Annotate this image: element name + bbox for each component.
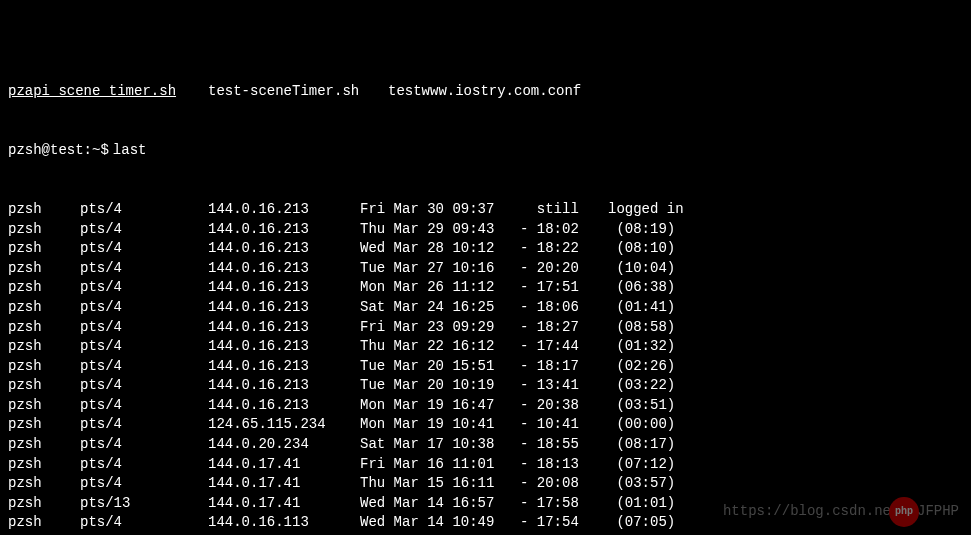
login-record: pzshpts/4144.0.17.41Fri Mar 16 11:01- 18… (8, 455, 963, 475)
watermark-url-suffix: JFPHP (917, 502, 959, 522)
host-column: 144.0.16.213 (208, 337, 360, 357)
login-time-column: Tue Mar 20 10:19 (360, 376, 520, 396)
tty-column: pts/4 (80, 259, 208, 279)
file-item: pzapi_scene_timer.sh (8, 82, 208, 102)
logout-time-column: - 18:13 (520, 455, 608, 475)
tty-column: pts/4 (80, 357, 208, 377)
login-record: pzshpts/4144.0.16.213Fri Mar 30 09:37 st… (8, 200, 963, 220)
user-column: pzsh (8, 298, 80, 318)
user-column: pzsh (8, 513, 80, 533)
user-column: pzsh (8, 318, 80, 338)
login-record: pzshpts/4144.0.16.213Mon Mar 19 16:47- 2… (8, 396, 963, 416)
logout-time-column: - 18:06 (520, 298, 608, 318)
host-column: 144.0.16.213 (208, 200, 360, 220)
login-time-column: Fri Mar 16 11:01 (360, 455, 520, 475)
login-record: pzshpts/4144.0.16.213Thu Mar 22 16:12- 1… (8, 337, 963, 357)
tty-column: pts/13 (80, 494, 208, 514)
login-time-column: Mon Mar 26 11:12 (360, 278, 520, 298)
duration-column: (06:38) (608, 278, 675, 298)
login-time-column: Fri Mar 30 09:37 (360, 200, 520, 220)
host-column: 144.0.17.41 (208, 494, 360, 514)
command-line[interactable]: pzsh@test:~$ last (8, 141, 963, 161)
logout-time-column: - 10:41 (520, 415, 608, 435)
tty-column: pts/4 (80, 455, 208, 475)
tty-column: pts/4 (80, 278, 208, 298)
host-column: 144.0.16.213 (208, 396, 360, 416)
logout-time-column: - 18:02 (520, 220, 608, 240)
logout-time-column: - 17:58 (520, 494, 608, 514)
tty-column: pts/4 (80, 337, 208, 357)
user-column: pzsh (8, 396, 80, 416)
user-column: pzsh (8, 239, 80, 259)
tty-column: pts/4 (80, 435, 208, 455)
host-column: 144.0.16.213 (208, 239, 360, 259)
login-record: pzshpts/4144.0.16.213Tue Mar 20 10:19- 1… (8, 376, 963, 396)
tty-column: pts/4 (80, 474, 208, 494)
file-listing: pzapi_scene_timer.sh test-sceneTimer.sh … (8, 82, 963, 102)
login-time-column: Thu Mar 22 16:12 (360, 337, 520, 357)
tty-column: pts/4 (80, 513, 208, 533)
host-column: 144.0.20.234 (208, 435, 360, 455)
duration-column: (03:22) (608, 376, 675, 396)
logout-time-column: still (520, 200, 608, 220)
host-column: 144.0.17.41 (208, 455, 360, 475)
duration-column: (08:58) (608, 318, 675, 338)
command-text: last (113, 141, 147, 161)
logout-time-column: - 13:41 (520, 376, 608, 396)
duration-column: (07:05) (608, 513, 675, 533)
host-column: 144.0.16.213 (208, 376, 360, 396)
duration-column: (07:12) (608, 455, 675, 475)
duration-column: (08:10) (608, 239, 675, 259)
login-record: pzshpts/4124.65.115.234Mon Mar 19 10:41-… (8, 415, 963, 435)
login-time-column: Wed Mar 14 16:57 (360, 494, 520, 514)
file-item: testwww.iostry.com.conf (388, 82, 581, 102)
tty-column: pts/4 (80, 376, 208, 396)
user-column: pzsh (8, 435, 80, 455)
logout-time-column: - 17:51 (520, 278, 608, 298)
duration-column: (02:26) (608, 357, 675, 377)
login-time-column: Mon Mar 19 10:41 (360, 415, 520, 435)
duration-column: (01:41) (608, 298, 675, 318)
login-record: pzshpts/4144.0.16.213Mon Mar 26 11:12- 1… (8, 278, 963, 298)
user-column: pzsh (8, 376, 80, 396)
login-record: pzshpts/4144.0.20.234Sat Mar 17 10:38- 1… (8, 435, 963, 455)
user-column: pzsh (8, 278, 80, 298)
login-time-column: Thu Mar 29 09:43 (360, 220, 520, 240)
logout-time-column: - 18:27 (520, 318, 608, 338)
login-time-column: Mon Mar 19 16:47 (360, 396, 520, 416)
user-column: pzsh (8, 415, 80, 435)
host-column: 144.0.16.213 (208, 298, 360, 318)
login-record: pzshpts/4144.0.16.213Tue Mar 27 10:16- 2… (8, 259, 963, 279)
duration-column: (08:17) (608, 435, 675, 455)
logout-time-column: - 20:20 (520, 259, 608, 279)
duration-column: (03:51) (608, 396, 675, 416)
duration-column: (08:19) (608, 220, 675, 240)
login-record: pzshpts/4144.0.16.213Fri Mar 23 09:29- 1… (8, 318, 963, 338)
file-item: test-sceneTimer.sh (208, 82, 388, 102)
login-time-column: Tue Mar 20 15:51 (360, 357, 520, 377)
user-column: pzsh (8, 494, 80, 514)
logout-time-column: - 20:38 (520, 396, 608, 416)
host-column: 144.0.16.113 (208, 513, 360, 533)
host-column: 144.0.16.213 (208, 220, 360, 240)
user-column: pzsh (8, 220, 80, 240)
logout-time-column: - 18:22 (520, 239, 608, 259)
host-column: 144.0.16.213 (208, 357, 360, 377)
login-record: pzshpts/4144.0.17.41Thu Mar 15 16:11- 20… (8, 474, 963, 494)
login-time-column: Wed Mar 14 10:49 (360, 513, 520, 533)
user-column: pzsh (8, 259, 80, 279)
host-column: 144.0.16.213 (208, 278, 360, 298)
login-record: pzshpts/4144.0.16.213Sat Mar 24 16:25- 1… (8, 298, 963, 318)
user-column: pzsh (8, 357, 80, 377)
user-column: pzsh (8, 474, 80, 494)
login-time-column: Fri Mar 23 09:29 (360, 318, 520, 338)
watermark-url-prefix: https://blog.csdn.ne (723, 502, 891, 522)
host-column: 144.0.17.41 (208, 474, 360, 494)
login-time-column: Thu Mar 15 16:11 (360, 474, 520, 494)
user-column: pzsh (8, 455, 80, 475)
user-column: pzsh (8, 337, 80, 357)
tty-column: pts/4 (80, 415, 208, 435)
host-column: 144.0.16.213 (208, 259, 360, 279)
login-time-column: Tue Mar 27 10:16 (360, 259, 520, 279)
last-output: pzshpts/4144.0.16.213Fri Mar 30 09:37 st… (8, 200, 963, 535)
